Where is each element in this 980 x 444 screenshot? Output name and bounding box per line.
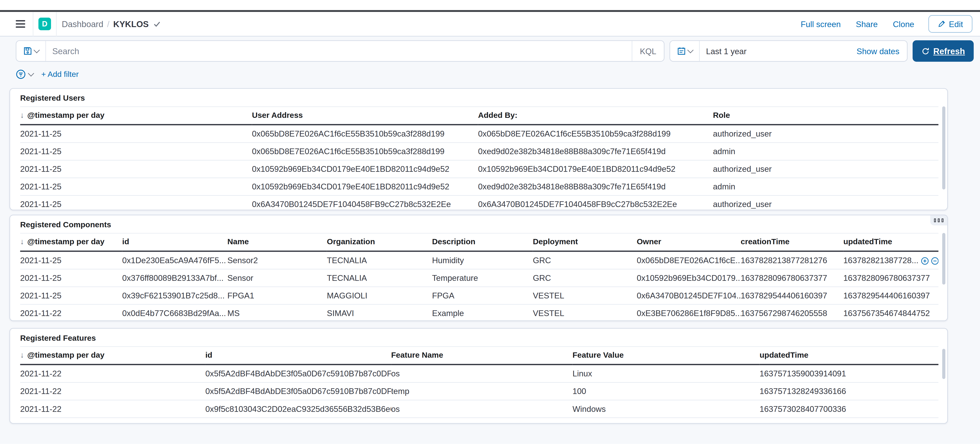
cell-timestamp: 2021-11-25	[20, 251, 122, 270]
menu-button[interactable]	[8, 12, 33, 36]
header-divider	[56, 12, 57, 36]
cell-timestamp: 2021-11-22	[20, 382, 205, 400]
cell-timestamp: 2021-11-25	[20, 143, 252, 160]
refresh-button[interactable]: Refresh	[913, 40, 974, 62]
filter-for-value-icon[interactable]	[921, 257, 929, 265]
panel-registered-features: Registered Features ↓@timestamp per day …	[10, 328, 948, 424]
panel-title: Registered Components	[10, 216, 947, 229]
column-header-label: @timestamp per day	[27, 350, 105, 360]
sort-descending-icon: ↓	[20, 238, 24, 246]
column-header-timestamp: ↓@timestamp per day	[20, 107, 252, 125]
row-hover-actions	[921, 257, 939, 265]
panel-scrollbar[interactable]	[942, 106, 945, 189]
cell-feature-name: temp	[391, 382, 573, 400]
saved-query-menu-button[interactable]	[16, 41, 46, 61]
cell-updated-time-value: 163782821387728...	[843, 256, 918, 265]
refresh-icon	[921, 47, 929, 55]
cell-id-link[interactable]: 0x1De230Ea5cA9A476fF5...	[122, 251, 228, 270]
cell-timestamp: 2021-11-22	[20, 365, 205, 382]
cell-role: authorized_user	[713, 160, 939, 178]
table-row: 2021-11-25 0x6A3470B01245DE7F1040458FB9c…	[20, 195, 939, 210]
app-header: D Dashboard / KYKLOS Full screen Share C…	[0, 12, 980, 36]
cell-user-address: 0x6A3470B01245DE7F1040458FB9cC27b8c532E2…	[252, 195, 478, 210]
column-header-feature-value: Feature Value	[573, 347, 759, 365]
filter-out-value-icon[interactable]	[931, 257, 939, 265]
breadcrumb-dashboard-link[interactable]: Dashboard	[62, 19, 103, 29]
column-header-role: Role	[713, 107, 939, 125]
column-header-updated-time: updatedTime	[759, 347, 939, 365]
cell-added-by: 0xed9d02e382b34818e88B88a309c7fe71E65f41…	[478, 143, 713, 160]
cell-deployment: VESTEL	[533, 304, 637, 321]
add-filter-button[interactable]: + Add filter	[41, 70, 79, 79]
show-dates-button[interactable]: Show dates	[857, 46, 907, 56]
cell-updated-time: 163782821387728...	[843, 251, 939, 270]
filter-icon[interactable]	[16, 69, 26, 79]
cell-owner: 0xE3BE706286E1f8F9D85...	[637, 304, 741, 321]
panel-title: Registered Features	[10, 328, 947, 343]
time-range-value[interactable]: Last 1 year	[700, 46, 857, 56]
search-input[interactable]	[46, 46, 632, 56]
cell-name: FPGA1	[228, 287, 327, 304]
chevron-down-icon	[687, 47, 693, 53]
table-row: 2021-11-25 0x065bD8E7E026AC1f6cE55B3510b…	[20, 143, 939, 160]
cell-id-link[interactable]: 0x5f5A2dBF4BdAbDE3f05a0D67c5910B7b87c0DF…	[205, 365, 391, 382]
column-header-description: Description	[432, 233, 533, 251]
cell-id-link[interactable]: 0x9f5c8103043C2D02eaC9325d36556B32d53B6e…	[205, 400, 391, 418]
cell-role: admin	[713, 143, 939, 160]
full-screen-button[interactable]: Full screen	[801, 19, 841, 29]
cell-id-link[interactable]: 0x0dE4b77C6683Bd29fAa...	[122, 304, 228, 321]
table-header-row: ↓@timestamp per day id Name Organization…	[20, 233, 939, 251]
column-header-timestamp: ↓@timestamp per day	[20, 233, 122, 251]
edit-button[interactable]: Edit	[928, 15, 972, 33]
cell-updated-time: 1637828096780637377	[843, 269, 939, 287]
cell-organization: TECNALIA	[327, 269, 432, 287]
panel-registered-components: Registered Components ↓@timestamp per da…	[10, 215, 948, 321]
clone-button[interactable]: Clone	[893, 19, 914, 29]
column-header-owner: Owner	[637, 233, 741, 251]
column-header-added-by: Added By:	[478, 107, 713, 125]
cell-organization: TECNALIA	[327, 251, 432, 270]
share-button[interactable]: Share	[856, 19, 878, 29]
cell-timestamp: 2021-11-25	[20, 125, 252, 143]
cell-updated-time: 1637829544406160397	[843, 287, 939, 304]
cell-description: Temperature	[432, 269, 533, 287]
filter-bar: + Add filter	[0, 62, 980, 82]
cell-timestamp: 2021-11-25	[20, 178, 252, 195]
cell-creation-time: 1637567298746205558	[741, 304, 843, 321]
calendar-menu-button[interactable]	[670, 41, 700, 61]
cell-description: Example	[432, 304, 533, 321]
calendar-icon	[677, 47, 686, 56]
column-header-organization: Organization	[327, 233, 432, 251]
table-row: 2021-11-25 0x376ff80089B29133A7bf... Sen…	[20, 269, 939, 287]
panel-scrollbar[interactable]	[942, 349, 945, 379]
cell-added-by: 0x6A3470B01245DE7F1040458FB9cC27b8c532E2…	[478, 195, 713, 210]
cell-feature-name: os	[391, 365, 573, 382]
column-header-timestamp: ↓@timestamp per day	[20, 347, 205, 365]
table-row: 2021-11-25 0x1De230Ea5cA9A476fF5... Sens…	[20, 251, 939, 270]
table-row: 2021-11-22 0x5f5A2dBF4BdAbDE3f05a0D67c59…	[20, 365, 939, 382]
cell-timestamp: 2021-11-22	[20, 304, 122, 321]
column-header-user-address: User Address	[252, 107, 478, 125]
query-language-button[interactable]: KQL	[632, 41, 664, 61]
cell-feature-name: os	[391, 400, 573, 418]
cell-id-link[interactable]: 0x39cF62153901B7c25d8...	[122, 287, 228, 304]
page-body: KQL Last 1 year Show dates Refresh	[0, 36, 980, 444]
cell-deployment: GRC	[533, 269, 637, 287]
title-check-icon[interactable]	[153, 21, 161, 27]
kibana-dashboard-page: D Dashboard / KYKLOS Full screen Share C…	[0, 0, 980, 444]
dashboard-app-badge: D	[38, 17, 51, 30]
search-box: KQL	[16, 40, 664, 62]
cell-organization: MAGGIOLI	[327, 287, 432, 304]
cell-name: MS	[228, 304, 327, 321]
panel-options-button[interactable]	[930, 216, 947, 225]
cell-id-link[interactable]: 0x5f5A2dBF4BdAbDE3f05a0D67c5910B7b87c0DF…	[205, 382, 391, 400]
breadcrumb: Dashboard / KYKLOS	[62, 19, 161, 29]
hamburger-icon	[16, 20, 25, 28]
panel-scrollbar[interactable]	[942, 233, 945, 285]
chevron-down-icon[interactable]	[28, 70, 34, 76]
cell-id-link[interactable]: 0x376ff80089B29133A7bf...	[122, 269, 228, 287]
panel-registered-users: Registered Users ↓@timestamp per day Use…	[10, 88, 948, 210]
cell-role: authorized_user	[713, 195, 939, 210]
cell-updated-time: 1637571359003914091	[759, 365, 939, 382]
cell-user-address: 0x065bD8E7E026AC1f6cE55B3510b59ca3f288d1…	[252, 143, 478, 160]
